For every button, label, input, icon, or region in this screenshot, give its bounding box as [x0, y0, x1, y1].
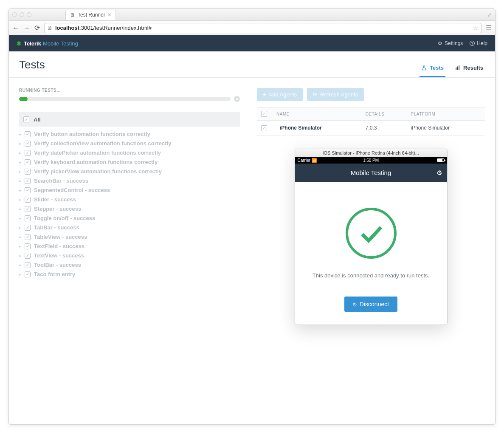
status-time: 1:50 PM: [295, 158, 447, 163]
page-title: Tests: [19, 58, 45, 77]
device-nav-title: Mobile Testing: [351, 169, 391, 176]
content: RUNNING TESTS... ✕ ✓ All ▸✓Verify button…: [9, 78, 495, 335]
checkbox-icon[interactable]: ✓: [25, 169, 31, 175]
page-icon: 🗎: [47, 25, 53, 31]
disconnect-button[interactable]: ⎋ Disconnect: [344, 297, 397, 312]
disconnect-label: Disconnect: [360, 301, 389, 308]
test-item[interactable]: ▸✓TableView - success: [19, 234, 240, 240]
disclosure-triangle-icon: ▸: [19, 179, 21, 183]
checkbox-icon[interactable]: ✓: [25, 150, 31, 156]
connected-check-icon: [346, 208, 397, 259]
test-item[interactable]: ▸✓Taco form entry: [19, 271, 240, 277]
checkbox-icon[interactable]: ✓: [25, 131, 31, 137]
test-item[interactable]: ▸✓Slider - success: [19, 196, 240, 203]
device-status-bar: Carrier 📶 1:50 PM: [295, 157, 447, 164]
tab-close-icon[interactable]: ×: [108, 11, 111, 18]
checkbox-icon[interactable]: ✓: [25, 197, 31, 203]
test-item[interactable]: ▸✓Verify collectionView automation funct…: [19, 140, 240, 147]
checkbox-icon[interactable]: ✓: [25, 178, 31, 184]
disclosure-triangle-icon: ▸: [19, 254, 21, 258]
disclosure-triangle-icon: ▸: [19, 169, 21, 174]
help-link[interactable]: ? Help: [470, 40, 487, 46]
test-item-label: TextField - success: [34, 243, 84, 249]
tab-results[interactable]: Results: [453, 60, 485, 77]
browser-toolbar: ← → ⟳ 🗎 localhost:3001/testRunner/index.…: [9, 21, 495, 35]
test-item[interactable]: ▸✓TextView - success: [19, 252, 240, 259]
checkbox-icon[interactable]: ✓: [25, 215, 31, 221]
agent-name-label: iPhone Simulator: [280, 125, 322, 131]
help-icon: ?: [470, 41, 475, 46]
test-item[interactable]: ▸✓Verify keyboard automation functions c…: [19, 159, 240, 165]
agent-platform: iPhone Simulator: [407, 121, 485, 136]
svg-rect-1: [457, 66, 458, 70]
test-item-label: Slider - success: [34, 196, 76, 203]
add-agents-label: Add Agents: [269, 91, 297, 98]
disclosure-triangle-icon: ▸: [19, 188, 21, 192]
disclosure-triangle-icon: ▸: [19, 263, 21, 267]
test-item[interactable]: ▸✓SegmentedControl - success: [19, 187, 240, 193]
logout-icon: ⎋: [353, 301, 356, 308]
checkbox-icon[interactable]: ✓: [25, 234, 31, 240]
app-header: ✱ Telerik Mobile Testing ⚙ Settings ? He…: [9, 35, 495, 51]
stop-button[interactable]: ✕: [234, 96, 240, 102]
bookmark-star-icon[interactable]: ☆: [473, 25, 479, 31]
checkbox-icon[interactable]: ✓: [23, 116, 29, 122]
test-item[interactable]: ▸✓ToolBar - success: [19, 262, 240, 268]
checkbox-icon[interactable]: ✓: [25, 159, 31, 165]
test-item-label: Stepper - success: [34, 206, 81, 212]
checkbox-icon[interactable]: ✓: [25, 187, 31, 193]
disclosure-triangle-icon: ▸: [19, 141, 21, 146]
reload-button[interactable]: ⟳: [34, 24, 40, 32]
forward-button[interactable]: →: [23, 24, 30, 32]
window-zoom-button[interactable]: [27, 12, 31, 17]
refresh-agents-button[interactable]: ⟳ Refresh Agents: [307, 88, 364, 101]
col-details: DETAILS: [361, 107, 407, 121]
checkbox-icon[interactable]: ✓: [25, 253, 31, 259]
checkbox-icon[interactable]: ✓: [261, 111, 267, 117]
test-item[interactable]: ▸✓SearchBar - success: [19, 178, 240, 184]
test-item[interactable]: ▸✓Toggle on/off - success: [19, 215, 240, 221]
hamburger-menu-icon[interactable]: ☰: [486, 24, 492, 32]
test-item[interactable]: ▸✓Verify pickerView automation functions…: [19, 168, 240, 175]
simulator-window: iOS Simulator - iPhone Retina (4-inch 64…: [295, 149, 448, 325]
window-minimize-button[interactable]: [20, 12, 24, 17]
test-item-label: Verify datePicker automation functions c…: [34, 150, 161, 156]
checkbox-icon[interactable]: ✓: [25, 271, 31, 277]
test-item-label: TabBar - success: [34, 224, 79, 231]
test-item[interactable]: ▸✓Stepper - success: [19, 206, 240, 212]
expand-icon[interactable]: ⤢: [487, 12, 492, 18]
all-label: All: [34, 116, 41, 123]
checkbox-icon[interactable]: ✓: [25, 262, 31, 268]
browser-tab[interactable]: 🗎 Test Runner ×: [65, 10, 116, 20]
test-item-label: Verify button automation functions corre…: [34, 131, 150, 137]
refresh-agents-label: Refresh Agents: [320, 91, 358, 98]
all-tests-row[interactable]: ✓ All: [19, 112, 240, 127]
agent-row[interactable]: ✓ iPhone Simulator 7.0.3 iPhone Simulato…: [257, 121, 485, 136]
disclosure-triangle-icon: ▸: [19, 226, 21, 230]
address-bar[interactable]: 🗎 localhost:3001/testRunner/index.html# …: [44, 23, 481, 33]
checkbox-icon[interactable]: ✓: [25, 141, 31, 147]
settings-link[interactable]: ⚙ Settings: [438, 40, 463, 46]
test-item[interactable]: ▸✓TabBar - success: [19, 224, 240, 231]
gear-icon[interactable]: ⚙: [436, 169, 442, 177]
test-list: ▸✓Verify button automation functions cor…: [19, 131, 240, 277]
disclosure-triangle-icon: ▸: [19, 160, 21, 164]
checkbox-icon[interactable]: ✓: [25, 206, 31, 212]
checkbox-icon[interactable]: ✓: [25, 225, 31, 231]
back-button[interactable]: ←: [12, 24, 19, 32]
test-item[interactable]: ▸✓Verify button automation functions cor…: [19, 131, 240, 137]
tab-tests[interactable]: Tests: [420, 60, 445, 77]
test-item[interactable]: ▸✓TextField - success: [19, 243, 240, 249]
checkbox-icon[interactable]: ✓: [25, 243, 31, 249]
window-close-button[interactable]: [12, 12, 17, 17]
tab-results-label: Results: [463, 65, 483, 71]
page-header: Tests Tests Results: [9, 51, 495, 78]
test-item[interactable]: ▸✓Verify datePicker automation functions…: [19, 150, 240, 156]
checkbox-icon[interactable]: ✓: [261, 125, 267, 131]
tests-column: RUNNING TESTS... ✕ ✓ All ▸✓Verify button…: [19, 88, 240, 325]
disclosure-triangle-icon: ▸: [19, 216, 21, 220]
device-message: This device is connected and ready to ru…: [304, 271, 439, 280]
test-item-label: SegmentedControl - success: [34, 187, 110, 193]
col-platform: PLATFORM: [407, 107, 485, 121]
add-agents-button[interactable]: + Add Agents: [257, 88, 303, 101]
